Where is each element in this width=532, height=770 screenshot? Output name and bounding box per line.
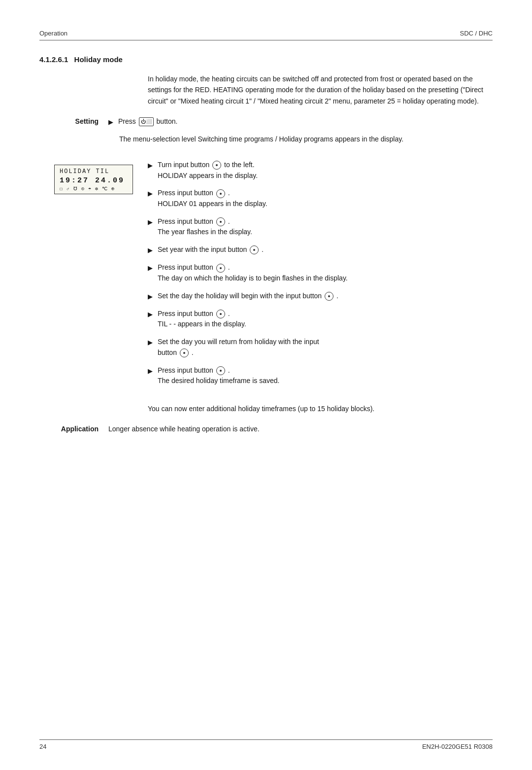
bullet-arrow-5: ▶ xyxy=(148,263,153,273)
bullet-item-5: ▶ Press input button .The day on which t… xyxy=(148,262,493,283)
bullet-text-1: Turn input button to the left.HOLIDAY ap… xyxy=(158,160,493,181)
input-button-icon-2 xyxy=(216,189,225,198)
bullet-item-3: ▶ Press input button .The year flashes i… xyxy=(148,216,493,238)
bullet-text-2: Press input button .HOLIDAY 01 appears i… xyxy=(158,188,493,209)
input-button-icon-9 xyxy=(216,366,225,375)
section-title: 4.1.2.6.1 Holiday mode xyxy=(39,55,493,64)
application-content: Longer absence while heating operation i… xyxy=(108,424,493,435)
section-number: 4.1.2.6.1 xyxy=(39,55,68,64)
bullet-arrow-1: ▶ xyxy=(148,161,153,171)
closing-text: You can now enter additional holiday tim… xyxy=(148,403,493,414)
bullet-text-6: Set the day the holiday will begin with … xyxy=(158,291,493,302)
input-button-icon-5 xyxy=(216,264,225,273)
setting-row: Setting ▶ Press ⏻⬜ button. The menu-sele… xyxy=(39,116,493,152)
bullet-item-6: ▶ Set the day the holiday will begin wit… xyxy=(148,291,493,302)
content: 4.1.2.6.1 Holiday mode In holiday mode, … xyxy=(39,55,493,435)
bullet-arrow: ▶ xyxy=(108,117,113,127)
input-button-icon-7 xyxy=(216,310,225,318)
bullet-item-8: ▶ Set the day you will return from holid… xyxy=(148,337,493,358)
page-footer: 24 EN2H-0220GE51 R0308 xyxy=(39,739,493,750)
bullet-item-2: ▶ Press input button .HOLIDAY 01 appears… xyxy=(148,188,493,209)
bullet-item-4: ▶ Set year with the input button . xyxy=(148,245,493,255)
intro-text: In holiday mode, the heating circuits ca… xyxy=(148,73,493,106)
footer-page-number: 24 xyxy=(39,743,46,750)
section-heading: Holiday mode xyxy=(74,55,123,64)
bullet-text-8: Set the day you will return from holiday… xyxy=(158,337,493,358)
bullet-list: ▶ Turn input button to the left.HOLIDAY … xyxy=(148,160,493,386)
display-box: HOLIDAY TIL 19:27 24.09 ☐ ♂ ℧ ⊙ ☂ ✼ ℃ ⊕ xyxy=(54,165,133,194)
bullet-text-9: Press input button .The desired holiday … xyxy=(158,365,493,386)
right-column: ▶ Turn input button to the left.HOLIDAY … xyxy=(148,160,493,393)
page: Operation SDC / DHC 4.1.2.6.1 Holiday mo… xyxy=(0,0,532,474)
bullet-arrow-2: ▶ xyxy=(148,189,153,199)
press-button-icon: ⏻⬜ xyxy=(139,117,154,126)
bullet-text-3: Press input button .The year flashes in … xyxy=(158,216,493,238)
input-button-icon-1 xyxy=(212,161,221,170)
bullet-text-4: Set year with the input button . xyxy=(158,245,493,255)
input-button-icon-4 xyxy=(250,245,259,254)
input-button-icon-3 xyxy=(216,217,225,226)
header-left: Operation xyxy=(39,30,67,37)
bullet-arrow-9: ▶ xyxy=(148,366,153,376)
footer-document-id: EN2H-0220GE51 R0308 xyxy=(422,743,493,750)
setting-first-desc: The menu-selection level Switching time … xyxy=(119,134,493,145)
bullet-text-5: Press input button .The day on which the… xyxy=(158,262,493,283)
bullet-arrow-8: ▶ xyxy=(148,338,153,348)
application-row: Application Longer absence while heating… xyxy=(39,424,493,435)
setting-label: Setting xyxy=(39,116,108,125)
bullet-arrow-3: ▶ xyxy=(148,217,153,227)
application-label: Application xyxy=(39,424,108,435)
display-line3: ☐ ♂ ℧ ⊙ ☂ ✼ ℃ ⊕ xyxy=(60,186,128,192)
bullet-item-9: ▶ Press input button .The desired holida… xyxy=(148,365,493,386)
input-button-icon-6 xyxy=(325,292,333,301)
bullet-arrow-4: ▶ xyxy=(148,245,153,255)
display-line1: HOLIDAY TIL xyxy=(60,168,128,175)
header-right: SDC / DHC xyxy=(460,30,493,37)
left-column: HOLIDAY TIL 19:27 24.09 ☐ ♂ ℧ ⊙ ☂ ✼ ℃ ⊕ xyxy=(39,160,148,393)
setting-first-text: Press ⏻⬜ button. xyxy=(118,116,493,127)
bullet-item-1: ▶ Turn input button to the left.HOLIDAY … xyxy=(148,160,493,181)
display-line2: 19:27 24.09 xyxy=(60,176,128,185)
input-button-icon-8 xyxy=(180,349,189,357)
bullet-text-7: Press input button .TIL - - appears in t… xyxy=(158,309,493,330)
main-content: HOLIDAY TIL 19:27 24.09 ☐ ♂ ℧ ⊙ ☂ ✼ ℃ ⊕ … xyxy=(39,160,493,393)
bullet-arrow-7: ▶ xyxy=(148,310,153,319)
bullet-arrow-6: ▶ xyxy=(148,292,153,302)
bullet-item-7: ▶ Press input button .TIL - - appears in… xyxy=(148,309,493,330)
setting-first-item: ▶ Press ⏻⬜ button. xyxy=(108,116,493,127)
setting-content: ▶ Press ⏻⬜ button. The menu-selection le… xyxy=(108,116,493,152)
page-header: Operation SDC / DHC xyxy=(39,30,493,40)
